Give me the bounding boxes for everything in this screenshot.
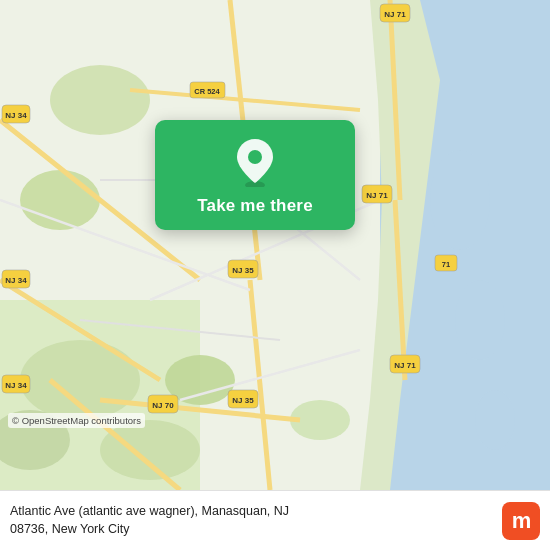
moovit-logo: m: [502, 502, 540, 540]
map-container: NJ 34 NJ 34 NJ 34 NJ 71 NJ 71 71 NJ 71 N…: [0, 0, 550, 490]
take-me-there-label: Take me there: [197, 196, 313, 216]
svg-point-10: [50, 65, 150, 135]
svg-point-5: [475, 390, 515, 450]
moovit-m-icon: m: [502, 502, 540, 540]
svg-text:NJ 70: NJ 70: [152, 401, 174, 410]
svg-point-3: [430, 150, 490, 250]
bottom-bar: Atlantic Ave (atlantic ave wagner), Mana…: [0, 490, 550, 550]
svg-text:71: 71: [442, 260, 450, 269]
svg-text:NJ 35: NJ 35: [232, 396, 254, 405]
svg-text:NJ 71: NJ 71: [366, 191, 388, 200]
svg-point-4: [455, 280, 505, 360]
address-text: Atlantic Ave (atlantic ave wagner), Mana…: [10, 503, 494, 538]
location-pin-icon: [231, 138, 279, 186]
svg-text:NJ 71: NJ 71: [384, 10, 406, 19]
svg-text:NJ 35: NJ 35: [232, 266, 254, 275]
svg-text:NJ 34: NJ 34: [5, 381, 27, 390]
svg-text:NJ 34: NJ 34: [5, 276, 27, 285]
take-me-there-button[interactable]: Take me there: [155, 120, 355, 230]
svg-text:NJ 71: NJ 71: [394, 361, 416, 370]
svg-point-52: [248, 150, 262, 164]
svg-text:CR 524: CR 524: [194, 87, 220, 96]
osm-credit: © OpenStreetMap contributors: [8, 413, 145, 428]
svg-point-9: [100, 420, 200, 480]
svg-text:NJ 34: NJ 34: [5, 111, 27, 120]
